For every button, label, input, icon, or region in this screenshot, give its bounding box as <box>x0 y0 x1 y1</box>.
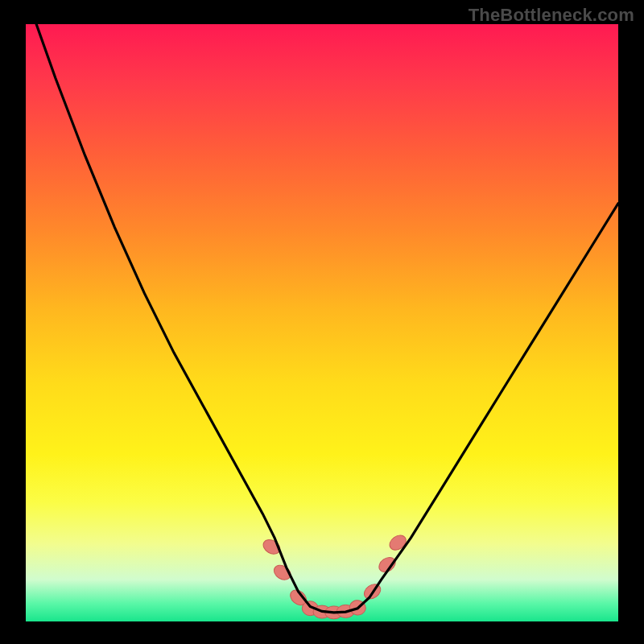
chart-marker <box>387 532 409 553</box>
chart-overlay <box>26 24 618 621</box>
chart-curve <box>26 0 618 613</box>
chart-frame: TheBottleneck.com <box>0 0 644 644</box>
chart-markers <box>261 532 409 619</box>
watermark-text: TheBottleneck.com <box>469 5 634 26</box>
